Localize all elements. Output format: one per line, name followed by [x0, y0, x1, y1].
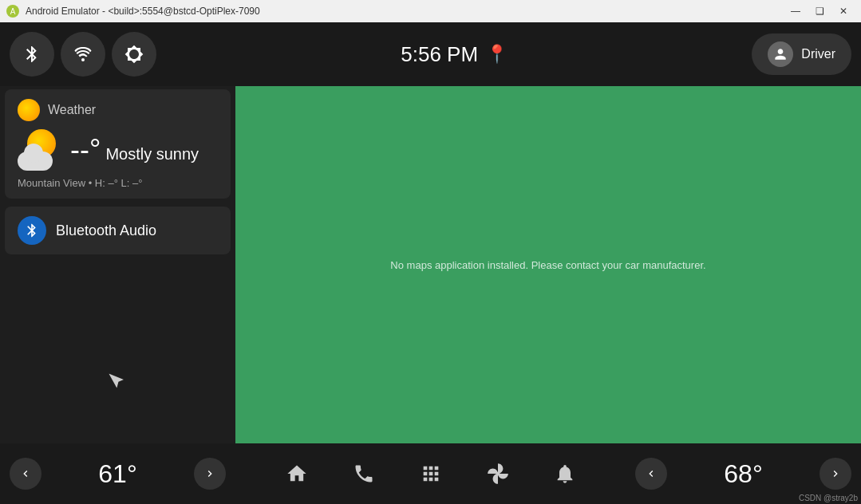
home-button[interactable] [276, 453, 318, 494]
wifi-button[interactable] [61, 32, 105, 77]
maximize-button[interactable]: ❑ [808, 2, 831, 20]
weather-temp: --° [70, 133, 101, 167]
titlebar-text: Android Emulator - <build>:5554@bstcd-Op… [26, 6, 778, 17]
brightness-icon [124, 45, 144, 64]
topbar: 5:56 PM 📍 Driver [0, 22, 861, 86]
bottom-left-controls: 61° [0, 458, 235, 490]
weather-info: --° Mostly sunny [70, 133, 199, 167]
weather-large-icon [18, 129, 59, 171]
bottom-right-controls: 68° [626, 458, 861, 490]
phone-button[interactable] [343, 453, 385, 494]
close-button[interactable]: ✕ [832, 2, 855, 20]
main-content: 5:56 PM 📍 Driver Weather [0, 22, 861, 504]
svg-point-0 [81, 58, 85, 61]
grid-button[interactable] [410, 453, 452, 494]
weather-title-icon [18, 99, 40, 121]
driver-label: Driver [801, 47, 835, 61]
weather-location: Mountain View • H: –° L: –° [18, 177, 218, 189]
sidebar: Weather --° Mostly sunny Mountain View • [0, 86, 235, 443]
svg-point-1 [496, 472, 500, 476]
bluetooth-icon [22, 45, 41, 64]
brightness-button[interactable] [112, 32, 156, 77]
driver-button[interactable]: Driver [752, 33, 851, 75]
bluetooth-button[interactable] [10, 32, 54, 77]
minimize-button[interactable]: — [784, 2, 807, 20]
map-area: No maps application installed. Please co… [235, 86, 861, 443]
titlebar: A Android Emulator - <build>:5554@bstcd-… [0, 0, 861, 22]
left-temperature: 61° [98, 459, 136, 489]
temp-decrease-button[interactable] [10, 458, 41, 490]
sidebar-empty [0, 259, 235, 443]
android-icon: A [6, 5, 19, 18]
cloud-icon [18, 152, 53, 171]
bell-button[interactable] [544, 453, 586, 494]
weather-card[interactable]: Weather --° Mostly sunny Mountain View • [5, 89, 231, 199]
temp-increase-button[interactable] [194, 458, 226, 490]
driver-avatar [768, 41, 793, 67]
time-location: 5:56 PM 📍 [163, 42, 745, 67]
current-time: 5:56 PM [401, 42, 478, 67]
no-maps-message: No maps application installed. Please co… [390, 259, 705, 271]
bottombar: 61° 68° [0, 443, 861, 504]
weather-title-label: Weather [48, 103, 96, 117]
bluetooth-card[interactable]: Bluetooth Audio [5, 207, 231, 254]
wifi-icon [73, 45, 93, 64]
right-temp-increase-button[interactable] [820, 458, 851, 490]
window-controls: — ❑ ✕ [784, 2, 855, 20]
weather-description: Mostly sunny [105, 145, 199, 163]
bluetooth-card-icon [18, 216, 46, 245]
location-pin-icon: 📍 [486, 44, 508, 65]
fan-button[interactable] [477, 453, 519, 494]
right-temp-decrease-button[interactable] [635, 458, 667, 490]
watermark-text: CSDN @stray2b [799, 494, 858, 502]
weather-card-title: Weather [18, 99, 218, 121]
weather-main: --° Mostly sunny [18, 129, 218, 171]
right-temperature: 68° [724, 459, 762, 489]
bluetooth-label: Bluetooth Audio [56, 222, 156, 239]
cursor-icon [105, 369, 130, 397]
content-area: Weather --° Mostly sunny Mountain View • [0, 86, 861, 443]
bottom-center-nav [235, 453, 626, 494]
